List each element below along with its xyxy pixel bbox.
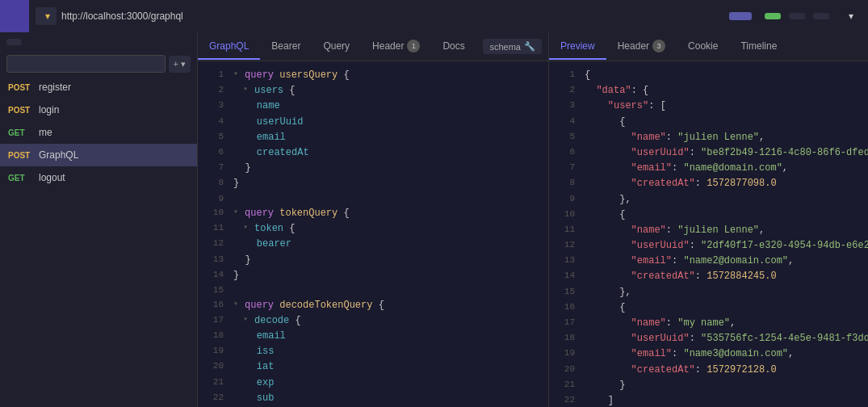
line-number: 18: [556, 331, 575, 346]
editor-panel: GraphQL Bearer Query Header 1 Docs schem…: [198, 32, 549, 407]
code-token: ▾: [233, 206, 243, 219]
json-num: 1572884245.0: [707, 271, 776, 282]
json-content: },: [585, 285, 631, 300]
json-str: "name2@domain.com": [683, 255, 788, 266]
method-tag: GET: [8, 174, 32, 183]
sidebar-item-register[interactable]: POST register: [0, 76, 197, 99]
line-number: 16: [556, 300, 575, 315]
line-number: 7: [556, 161, 575, 175]
preview-line: 10 {: [549, 208, 868, 223]
line-number: 13: [556, 254, 575, 268]
json-key: "data": [596, 85, 631, 96]
preview-line: 15 },: [549, 285, 868, 300]
json-content: "createdAt": 1572972128.0: [585, 363, 777, 378]
tab-timeline[interactable]: Timeline: [729, 34, 788, 60]
tab-query[interactable]: Query: [312, 34, 361, 60]
sidebar-item-login[interactable]: POST login: [0, 99, 197, 121]
code-token: }: [233, 268, 239, 283]
sidebar-header: [0, 32, 197, 52]
preview-line: 18 "userUuid": "535756fc-1254-4e5e-9481-…: [549, 331, 868, 346]
line-number: 17: [204, 313, 224, 328]
environment-selector[interactable]: [6, 39, 22, 45]
line-number: 1: [204, 68, 224, 82]
preview-line: 4 {: [549, 115, 868, 130]
code-token: }: [233, 176, 239, 191]
sidebar-item-me[interactable]: GET me: [0, 121, 197, 144]
line-number: 10: [556, 208, 575, 222]
method-selector[interactable]: ▾: [36, 7, 57, 25]
json-str: "535756fc-1254-4e5e-9481-f3dd5bf2d3c2": [701, 333, 868, 344]
line-number: 21: [556, 378, 575, 392]
line-number: 20: [204, 359, 224, 374]
editor-content[interactable]: 1▾ query usersQuery {2 ▾ users {3 name4 …: [198, 61, 548, 407]
json-key: "email": [631, 162, 672, 174]
preview-line: 16 {: [549, 300, 868, 316]
code-token: decodeTokenQuery: [279, 298, 372, 313]
code-token: [233, 359, 257, 375]
method-tag: POST: [8, 151, 32, 160]
line-number: 3: [556, 99, 575, 113]
code-token: {: [289, 313, 300, 329]
line-number: 19: [204, 344, 224, 359]
json-content: "createdAt": 1572884245.0: [585, 269, 777, 284]
code-token: decode: [254, 313, 289, 329]
method-tag: POST: [8, 106, 32, 115]
code-token: [233, 329, 257, 344]
line-number: 11: [204, 221, 224, 236]
code-token: usersQuery: [279, 68, 338, 83]
schema-button[interactable]: schema 🔧: [483, 39, 542, 54]
json-content: "createdAt": 1572877098.0: [585, 176, 777, 191]
line-number: 20: [556, 363, 575, 377]
add-request-button[interactable]: + ▾: [169, 56, 191, 73]
json-content: {: [585, 115, 625, 130]
sidebar: + ▾ POST register POST login GET me POST…: [0, 32, 198, 407]
line-number: 14: [204, 268, 224, 283]
json-key: "createdAt": [631, 364, 695, 376]
line-number: 4: [556, 115, 575, 129]
tab-docs[interactable]: Docs: [431, 34, 476, 60]
json-key: "name": [631, 224, 666, 236]
url-input[interactable]: [61, 10, 724, 22]
size-badge: [813, 13, 829, 19]
sidebar-item-logout[interactable]: GET logout: [0, 166, 197, 189]
filter-input[interactable]: [6, 55, 166, 73]
code-token: query: [245, 206, 274, 221]
sidebar-item-graphql[interactable]: POST GraphQL: [0, 144, 197, 166]
line-number: 21: [204, 376, 224, 390]
line-number: 10: [204, 206, 224, 220]
json-content: "email": "name2@domain.com",: [585, 254, 794, 269]
code-token: [233, 130, 257, 145]
preview-line: 9 },: [549, 192, 868, 208]
json-content: ]: [585, 393, 614, 407]
tab-bearer[interactable]: Bearer: [260, 34, 312, 60]
json-content: {: [585, 68, 590, 83]
editor-line: 16▾ query decodeTokenQuery {: [198, 298, 548, 313]
preview-line: 17 "name": "my name",: [549, 316, 868, 331]
tab-header[interactable]: Header 1: [361, 33, 431, 61]
json-content: }: [585, 378, 625, 393]
tab-graphql[interactable]: GraphQL: [198, 34, 260, 60]
json-key: "createdAt": [631, 178, 695, 189]
preview-line: 5 "name": "julien Lenne",: [549, 130, 868, 145]
send-button[interactable]: [729, 12, 752, 20]
json-key: "email": [631, 348, 672, 359]
line-number: 19: [556, 346, 575, 361]
editor-line: 13 }: [198, 253, 548, 268]
schema-icon: 🔧: [524, 41, 535, 52]
code-token: sub: [257, 391, 275, 406]
editor-line: 15: [198, 283, 548, 298]
line-number: 9: [204, 192, 224, 207]
tab-cookie[interactable]: Cookie: [677, 34, 729, 60]
tab-header-preview[interactable]: Header 3: [606, 33, 677, 61]
preview-line: 19 "email": "name3@domain.com",: [549, 346, 868, 362]
tab-preview[interactable]: Preview: [549, 34, 606, 60]
json-key: "name": [631, 132, 666, 143]
line-number: 15: [204, 283, 224, 298]
timestamp-chevron[interactable]: ▾: [849, 10, 853, 22]
line-number: 8: [204, 176, 224, 191]
json-str: "2df40f17-e320-4954-94db-e6e2020a283d": [701, 240, 868, 251]
code-token: {: [338, 68, 349, 83]
code-token: [233, 391, 257, 406]
sidebar-list: POST register POST login GET me POST Gra…: [0, 76, 197, 407]
json-content: "email": "name3@domain.com",: [585, 346, 794, 362]
